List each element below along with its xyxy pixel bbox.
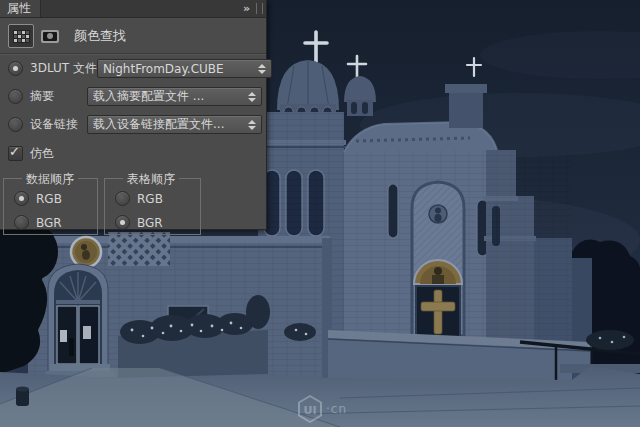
panel-grip (256, 3, 263, 14)
row-3dlut: 3DLUT 文件 NightFromDay.CUBE (0, 59, 266, 78)
radio-3dlut[interactable] (8, 61, 23, 76)
option-table-rgb: RGB (115, 191, 200, 206)
label-3dlut: 3DLUT 文件 (30, 60, 97, 77)
option-data-rgb: RGB (14, 191, 97, 206)
radio-data-rgb[interactable] (14, 191, 29, 206)
tab-properties-label: 属性 (7, 0, 31, 17)
spinner-icon (248, 92, 256, 102)
order-groups: 数据顺序 RGB BGR 表格顺序 RGB BGR (3, 178, 263, 235)
panel-tabbar: 属性 » (0, 0, 266, 18)
row-dither: 仿色 (0, 143, 266, 164)
radio-table-bgr[interactable] (115, 215, 130, 230)
radio-table-rgb[interactable] (115, 191, 130, 206)
row-abstract: 摘要 载入摘要配置文件 ... (0, 87, 266, 106)
label-data-rgb: RGB (36, 192, 62, 206)
lut-grid-glyph (13, 30, 30, 43)
dropdown-3dlut-file[interactable]: NightFromDay.CUBE (97, 59, 272, 78)
mask-icon[interactable] (38, 25, 62, 47)
radio-abstract[interactable] (8, 89, 23, 104)
dither-label: 仿色 (30, 145, 54, 162)
label-data-bgr: BGR (36, 216, 62, 230)
panel-header: 颜色查找 (0, 18, 266, 53)
dropdown-3dlut-value: NightFromDay.CUBE (103, 62, 224, 76)
label-table-rgb: RGB (137, 192, 163, 206)
group-data-order-legend: 数据顺序 (22, 171, 78, 188)
group-data-order: 数据顺序 RGB BGR (3, 178, 98, 235)
option-data-bgr: BGR (14, 215, 97, 230)
group-table-order-legend: 表格顺序 (123, 171, 179, 188)
group-table-order: 表格顺序 RGB BGR (104, 178, 201, 235)
screenshot: UI ·cn 属性 » 颜色查找 (0, 0, 640, 427)
dropdown-device-link-value: 载入设备链接配置文件... (93, 116, 224, 133)
dropdown-abstract-profile[interactable]: 载入摘要配置文件 ... (87, 87, 262, 106)
option-table-bgr: BGR (115, 215, 200, 230)
tab-properties[interactable]: 属性 (0, 0, 41, 17)
collapse-panel-icon[interactable]: » (235, 2, 256, 15)
label-table-bgr: BGR (137, 216, 163, 230)
label-abstract: 摘要 (30, 88, 54, 105)
label-device-link: 设备链接 (30, 116, 78, 133)
mask-glyph (41, 30, 59, 43)
color-lookup-grid-icon[interactable] (8, 24, 34, 48)
radio-data-bgr[interactable] (14, 215, 29, 230)
divider (0, 53, 266, 54)
spinner-icon (258, 64, 266, 74)
dither-checkbox[interactable] (8, 146, 23, 161)
spinner-icon (248, 120, 256, 130)
radio-device-link[interactable] (8, 117, 23, 132)
dropdown-abstract-value: 载入摘要配置文件 ... (93, 88, 204, 105)
dropdown-device-link-profile[interactable]: 载入设备链接配置文件... (87, 115, 262, 134)
row-device-link: 设备链接 载入设备链接配置文件... (0, 115, 266, 134)
panel-title: 颜色查找 (74, 27, 126, 45)
properties-panel: 属性 » 颜色查找 3DLUT 文件 (0, 0, 267, 230)
